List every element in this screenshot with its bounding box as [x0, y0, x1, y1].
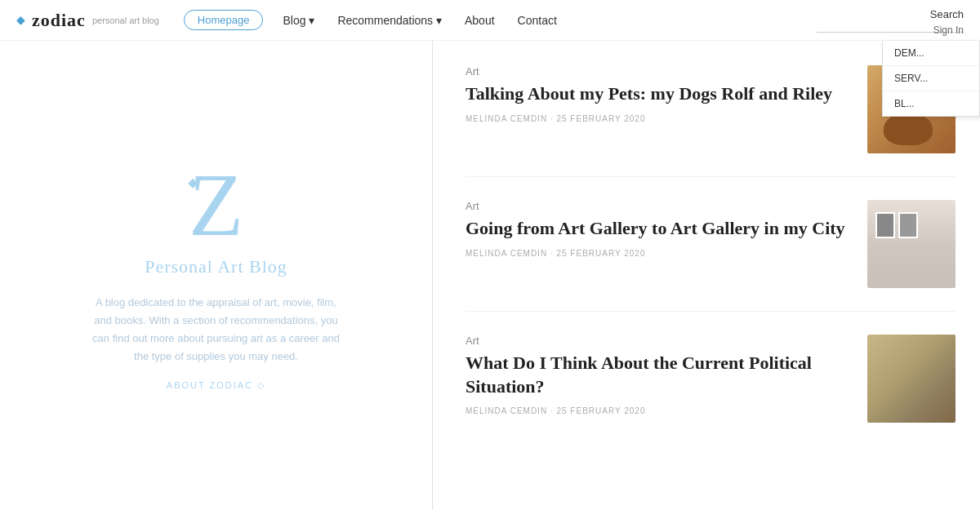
nav-contact[interactable]: Contact: [506, 14, 568, 27]
article-date: 25 FEBRUARY 2020: [556, 249, 645, 258]
article-meta: MELINDA CEMDIN · 25 FEBRUARY 2020: [466, 406, 851, 415]
sign-in-link[interactable]: Sign In: [933, 24, 964, 36]
diamond-icon: ◆: [16, 13, 25, 27]
article-author: MELINDA CEMDIN: [466, 406, 547, 415]
dropdown-item-2[interactable]: SERV...: [883, 66, 979, 91]
main-nav: Homepage Blog ▾ Recommendations ▾ About …: [184, 10, 817, 30]
site-name: zodiac: [32, 10, 86, 31]
nav-blog[interactable]: Blog ▾: [271, 14, 326, 27]
article-title[interactable]: Talking About my Pets: my Dogs Rolf and …: [466, 82, 851, 106]
article-title[interactable]: What Do I Think About the Current Politi…: [466, 352, 851, 398]
article-thumbnail-gallery: [867, 200, 956, 288]
sidebar-description: A blog dedicated to the appraisal of art…: [86, 294, 347, 366]
article-author: MELINDA CEMDIN: [466, 249, 547, 258]
article-date: 25 FEBRUARY 2020: [556, 406, 645, 415]
article-text: Art Talking About my Pets: my Dogs Rolf …: [466, 65, 851, 123]
article-thumbnail-political: [867, 335, 956, 423]
article-date: 25 FEBRUARY 2020: [556, 114, 645, 123]
header: ◆ zodiac personal art blog Homepage Blog…: [0, 0, 980, 41]
nav-homepage[interactable]: Homepage: [184, 10, 264, 30]
article-category: Art: [466, 200, 851, 212]
article-image: [867, 335, 956, 423]
sidebar-z-letter: Z: [189, 160, 243, 250]
about-zodiac-link[interactable]: ABOUT ZODIAC ◇: [167, 380, 265, 391]
dropdown-item-1[interactable]: DEM...: [883, 41, 979, 66]
article-category: Art: [466, 65, 851, 78]
sidebar: ◆ Z Personal Art Blog A blog dedicated t…: [0, 41, 433, 510]
blog-dropdown-menu: DEM... SERV... BL...: [882, 41, 980, 117]
site-tagline: personal art blog: [92, 16, 159, 25]
article-meta: MELINDA CEMDIN · 25 FEBRUARY 2020: [466, 114, 851, 123]
article-meta: MELINDA CEMDIN · 25 FEBRUARY 2020: [466, 249, 851, 258]
sidebar-blog-title: Personal Art Blog: [145, 256, 287, 277]
article-category: Art: [466, 335, 851, 347]
article-item: Art Going from Art Gallery to Art Galler…: [466, 200, 956, 312]
article-author: MELINDA CEMDIN: [466, 114, 547, 123]
main-container: ◆ Z Personal Art Blog A blog dedicated t…: [0, 41, 980, 510]
article-text: Art Going from Art Gallery to Art Galler…: [466, 200, 851, 258]
article-item: Art What Do I Think About the Current Po…: [466, 335, 956, 446]
dropdown-item-3[interactable]: BL...: [883, 91, 979, 116]
article-image: [867, 200, 956, 288]
article-text: Art What Do I Think About the Current Po…: [466, 335, 851, 415]
logo: ◆ zodiac personal art blog: [16, 10, 159, 31]
nav-recommendations[interactable]: Recommendations ▾: [326, 14, 453, 27]
search-label[interactable]: Search: [930, 8, 964, 20]
sidebar-logo-area: ◆ Z: [189, 160, 243, 250]
article-title[interactable]: Going from Art Gallery to Art Gallery in…: [466, 217, 851, 241]
nav-about[interactable]: About: [453, 14, 506, 27]
